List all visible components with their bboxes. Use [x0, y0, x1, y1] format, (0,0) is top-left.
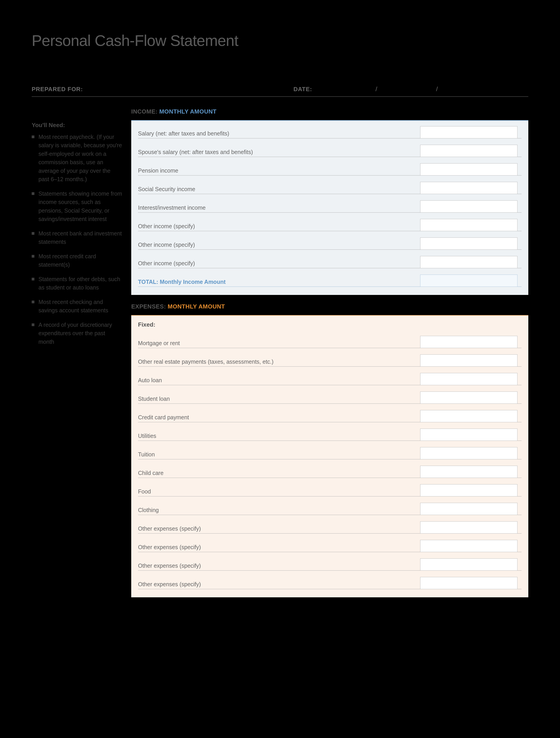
expenses-panel: Fixed: Mortgage or rent Other real estat… [131, 315, 528, 597]
youll-need-list: Most recent paycheck. (If your salary is… [32, 133, 122, 346]
expenses-fixed-subheading: Fixed: [138, 321, 522, 328]
expense-row: Other expenses (specify) [138, 559, 522, 571]
expense-mortgage-input[interactable] [420, 336, 518, 348]
expense-row-label: Other real estate payments (taxes, asses… [138, 358, 420, 367]
sidebar: You'll Need: Most recent paycheck. (If y… [32, 108, 122, 597]
income-heading-prefix: INCOME: [131, 108, 159, 115]
need-item: Most recent bank and investment statemen… [32, 229, 122, 246]
expense-row: Other expenses (specify) [138, 521, 522, 533]
expense-row-label: Auto loan [138, 377, 420, 385]
expense-row-label: Other expenses (specify) [138, 544, 420, 552]
date-day-input[interactable] [404, 87, 409, 94]
header-row: PREPARED FOR: DATE: / / [32, 85, 528, 97]
income-row: Other income (specify) [138, 219, 522, 231]
expense-row-label: Child care [138, 470, 420, 478]
content-area: INCOME: MONTHLY AMOUNT Salary (net: afte… [131, 108, 528, 597]
expense-other-1-input[interactable] [420, 521, 518, 533]
expense-row-label: Clothing [138, 507, 420, 515]
need-item: Most recent credit card statement(s) [32, 252, 122, 269]
date-year-input[interactable] [465, 87, 528, 94]
expense-row: Utilities [138, 429, 522, 441]
expense-row-label: Tuition [138, 451, 420, 459]
expense-credit-card-input[interactable] [420, 410, 518, 422]
expense-utilities-input[interactable] [420, 429, 518, 441]
expense-row: Credit card payment [138, 410, 522, 422]
date-sep-1: / [375, 85, 377, 93]
income-other-3-input[interactable] [420, 256, 518, 268]
income-spouse-salary-input[interactable] [420, 145, 518, 157]
income-row-label: Other income (specify) [138, 223, 420, 231]
income-heading-suffix: MONTHLY AMOUNT [159, 108, 217, 115]
income-row-label: Pension income [138, 167, 420, 175]
expenses-heading-prefix: EXPENSES: [131, 303, 168, 310]
need-item: Most recent paycheck. (If your salary is… [32, 133, 122, 183]
need-item: A record of your discretionary expenditu… [32, 321, 122, 346]
expense-child-care-input[interactable] [420, 466, 518, 478]
income-row-label: Interest/investment income [138, 205, 420, 213]
expense-row: Other expenses (specify) [138, 577, 522, 589]
expense-row: Auto loan [138, 373, 522, 385]
income-other-2-input[interactable] [420, 238, 518, 250]
income-social-security-input[interactable] [420, 182, 518, 194]
prepared-for-input[interactable] [87, 87, 284, 94]
expense-row: Child care [138, 466, 522, 478]
expense-row-label: Other expenses (specify) [138, 525, 420, 533]
income-row: Spouse's salary (net: after taxes and be… [138, 145, 522, 157]
income-total-label: TOTAL: Monthly Income Amount [138, 279, 420, 287]
income-interest-input[interactable] [420, 201, 518, 213]
expense-row-label: Student loan [138, 396, 420, 404]
income-panel: Salary (net: after taxes and benefits) S… [131, 120, 528, 295]
income-total-row: TOTAL: Monthly Income Amount [138, 275, 522, 287]
expense-row: Other expenses (specify) [138, 540, 522, 552]
expense-auto-loan-input[interactable] [420, 373, 518, 385]
expense-row-label: Other expenses (specify) [138, 563, 420, 571]
income-row-label: Other income (specify) [138, 242, 420, 250]
income-row: Social Security income [138, 182, 522, 194]
page-title: Personal Cash-Flow Statement [32, 32, 528, 49]
expenses-heading-suffix: MONTHLY AMOUNT [168, 303, 225, 310]
need-item: Statements for other debts, such as stud… [32, 275, 122, 292]
date-month-input[interactable] [344, 87, 348, 94]
income-row-label: Salary (net: after taxes and benefits) [138, 130, 420, 138]
prepared-for-label: PREPARED FOR: [32, 86, 83, 93]
expense-row-label: Credit card payment [138, 414, 420, 422]
expense-row-label: Utilities [138, 433, 420, 441]
expense-real-estate-input[interactable] [420, 354, 518, 367]
expense-row: Mortgage or rent [138, 336, 522, 348]
expense-other-3-input[interactable] [420, 559, 518, 571]
date-label: DATE: [293, 86, 312, 93]
income-row: Other income (specify) [138, 256, 522, 268]
expense-other-2-input[interactable] [420, 540, 518, 552]
expense-other-4-input[interactable] [420, 577, 518, 589]
expense-row: Tuition [138, 447, 522, 459]
expense-row: Food [138, 484, 522, 496]
expense-clothing-input[interactable] [420, 503, 518, 515]
income-salary-input[interactable] [420, 126, 518, 138]
income-section-heading: INCOME: MONTHLY AMOUNT [131, 108, 528, 115]
need-item: Statements showing income from income so… [32, 190, 122, 224]
income-row: Pension income [138, 163, 522, 175]
income-total-input[interactable] [420, 275, 518, 287]
expense-row: Student loan [138, 391, 522, 404]
need-item: Most recent checking and savings account… [32, 298, 122, 315]
expense-row-label: Food [138, 488, 420, 496]
youll-need-heading: You'll Need: [32, 122, 122, 129]
income-pension-input[interactable] [420, 163, 518, 175]
date-sep-2: / [436, 85, 438, 93]
income-row: Salary (net: after taxes and benefits) [138, 126, 522, 138]
expense-row-label: Mortgage or rent [138, 340, 420, 348]
expense-row: Clothing [138, 503, 522, 515]
income-row-label: Other income (specify) [138, 260, 420, 268]
income-other-1-input[interactable] [420, 219, 518, 231]
expense-food-input[interactable] [420, 484, 518, 496]
expense-row: Other real estate payments (taxes, asses… [138, 354, 522, 367]
income-row-label: Spouse's salary (net: after taxes and be… [138, 149, 420, 157]
income-row-label: Social Security income [138, 186, 420, 194]
expense-row-label: Other expenses (specify) [138, 581, 420, 589]
expenses-section-heading: EXPENSES: MONTHLY AMOUNT [131, 303, 528, 310]
income-row: Other income (specify) [138, 238, 522, 250]
expense-tuition-input[interactable] [420, 447, 518, 459]
expense-student-loan-input[interactable] [420, 391, 518, 404]
income-row: Interest/investment income [138, 201, 522, 213]
